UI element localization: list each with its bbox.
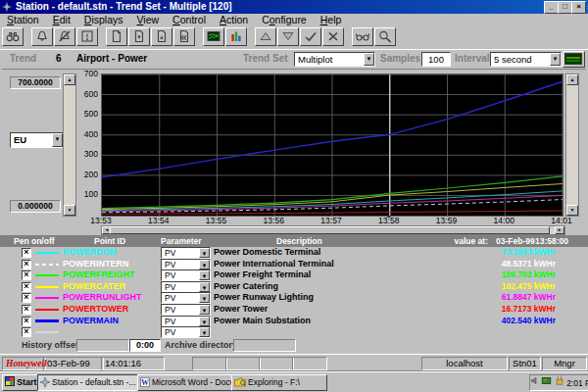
point-id[interactable]: POWERINTERN	[63, 259, 159, 270]
task-button[interactable]: WMicrosoft Word - Document5	[137, 374, 233, 391]
network-icon[interactable]	[541, 375, 552, 386]
scroll-down-icon[interactable]: ▼	[566, 205, 578, 216]
menu-station[interactable]: Station	[0, 14, 46, 26]
pen-checkbox[interactable]: ×	[22, 293, 31, 303]
binoculars-icon[interactable]	[2, 27, 24, 46]
pen-checkbox[interactable]: ×	[22, 248, 31, 258]
restore-button[interactable]: □	[558, 1, 572, 14]
scroll-right-icon[interactable]: ►	[555, 226, 564, 234]
status-role: Mngr	[542, 357, 587, 370]
bell-icon[interactable]	[31, 27, 53, 46]
chevron-down-icon[interactable]: ▼	[550, 53, 561, 66]
minimize-button[interactable]: _	[544, 1, 559, 14]
parameter-select[interactable]: PV▼	[161, 292, 211, 304]
parameter-select[interactable]: PV▼	[161, 247, 211, 259]
eu-units-select[interactable]: EU ▼	[10, 132, 64, 148]
interval-select[interactable]: 5 second ▼	[490, 52, 562, 67]
menu-displays[interactable]: Displays	[77, 14, 130, 26]
parameter-select[interactable]: PV▼	[161, 316, 211, 327]
cancel-icon[interactable]	[322, 27, 344, 46]
trend-set-select[interactable]: Multiplot ▼	[294, 52, 375, 67]
pen-checkbox[interactable]: ×	[22, 270, 31, 280]
bell-cancel-icon[interactable]	[54, 27, 75, 46]
trend-plot-svg[interactable]	[102, 74, 563, 216]
lower-icon[interactable]	[277, 27, 299, 46]
volume-icon[interactable]	[530, 375, 539, 386]
chevron-down-icon[interactable]: ▼	[199, 317, 210, 326]
header-value-at: value at:	[421, 235, 488, 247]
samples-input[interactable]: 100	[421, 52, 451, 67]
pen-checkbox[interactable]: ×	[22, 305, 31, 315]
chart-vertical-scrollbar[interactable]: ▲ ▼	[565, 74, 579, 217]
page-repeat-icon[interactable]	[173, 27, 195, 46]
chevron-down-icon[interactable]: ▼	[199, 282, 210, 292]
page-icon[interactable]	[106, 27, 127, 46]
glasses-icon[interactable]	[352, 27, 373, 46]
chevron-down-icon[interactable]: ▼	[199, 293, 210, 303]
point-id[interactable]: POWERMAIN	[63, 316, 159, 326]
trend-quick-button[interactable]	[563, 51, 585, 68]
parameter-select[interactable]: PV▼	[161, 259, 211, 270]
chevron-down-icon[interactable]: ▼	[199, 260, 210, 270]
start-button[interactable]: Start	[2, 374, 39, 391]
point-id[interactable]: POWERCATER	[63, 281, 159, 292]
menu-bar: StationEditDisplaysViewControlActionConf…	[0, 14, 588, 26]
menu-configure[interactable]: Configure	[255, 14, 314, 26]
trend-plot[interactable]	[101, 74, 564, 217]
tray-clock[interactable]: 2:01 PM	[566, 378, 588, 388]
scroll-down-icon[interactable]: ▼	[64, 205, 75, 216]
raise-icon[interactable]	[255, 27, 276, 46]
pen-line-sample	[35, 309, 59, 311]
chevron-down-icon[interactable]: ▼	[199, 270, 210, 280]
point-id[interactable]: POWERTOWER	[63, 304, 159, 315]
scrollbar-thumb[interactable]	[110, 226, 550, 234]
close-button[interactable]: ×	[571, 1, 586, 14]
scroll-up-icon[interactable]: ▲	[566, 74, 578, 85]
history-offset-field[interactable]	[76, 339, 129, 352]
page-up-icon[interactable]	[151, 27, 172, 46]
point-id[interactable]: POWERDOM	[63, 247, 159, 258]
page-down-icon[interactable]	[128, 27, 150, 46]
header-point-id: Point ID	[94, 235, 125, 247]
pen-checkbox[interactable]: ×	[22, 260, 31, 270]
zoom-icon[interactable]	[374, 27, 396, 46]
chevron-down-icon[interactable]: ▼	[199, 248, 210, 258]
parameter-select[interactable]: PV▼	[161, 281, 211, 293]
chevron-down-icon[interactable]: ▼	[199, 305, 210, 315]
pen-line-sample	[35, 264, 59, 266]
pen-checkbox[interactable]: ×	[22, 327, 31, 337]
archive-directory-field[interactable]	[233, 339, 296, 352]
pen-checkbox[interactable]: ×	[22, 282, 31, 292]
parameter-select[interactable]: PV▼	[161, 304, 211, 316]
chevron-down-icon[interactable]: ▼	[199, 327, 210, 337]
scale-min-field[interactable]: 0.000000	[10, 200, 61, 213]
point-id[interactable]: POWERFREIGHT	[63, 270, 159, 280]
cursor-marker-icon[interactable]: ▲	[386, 213, 392, 219]
menu-action[interactable]: Action	[213, 14, 255, 26]
menu-help[interactable]: Help	[314, 14, 349, 26]
parameter-select[interactable]: PV▼	[161, 326, 211, 338]
x-tick-label: 13:54	[139, 216, 178, 225]
title-bar[interactable]: Station - default.stn - Trend Set - Mult…	[0, 0, 588, 14]
trend-display-icon[interactable]	[203, 27, 224, 46]
point-id[interactable]: POWERRUNLIGHT	[63, 292, 159, 303]
power-plug-icon[interactable]	[555, 375, 564, 386]
time-scrollbar[interactable]: ◄ ►	[101, 225, 565, 235]
pen-row: × POWERMAIN PV▼ Power Main Substation 40…	[0, 316, 588, 326]
task-button[interactable]: Exploring - F:\	[231, 374, 327, 391]
accept-icon[interactable]	[300, 27, 321, 46]
scale-max-field[interactable]: 700.0000	[10, 76, 61, 89]
alarm-message-icon[interactable]	[76, 27, 98, 46]
pen-checkbox[interactable]: ×	[22, 317, 31, 326]
history-offset-time-field[interactable]: 0:00	[129, 339, 161, 352]
menu-view[interactable]: View	[130, 14, 167, 26]
task-button[interactable]: Station - default.stn -...	[37, 374, 139, 391]
system-tray[interactable]: 2:01 PM	[529, 374, 588, 391]
chevron-down-icon[interactable]: ▼	[364, 53, 374, 66]
group-display-icon[interactable]	[225, 27, 247, 46]
menu-control[interactable]: Control	[166, 14, 213, 26]
menu-edit[interactable]: Edit	[46, 14, 77, 26]
chevron-down-icon[interactable]: ▼	[52, 133, 63, 147]
parameter-select[interactable]: PV▼	[161, 270, 211, 281]
legend-header: Pen on/off Point ID Parameter Descriptio…	[0, 235, 588, 247]
